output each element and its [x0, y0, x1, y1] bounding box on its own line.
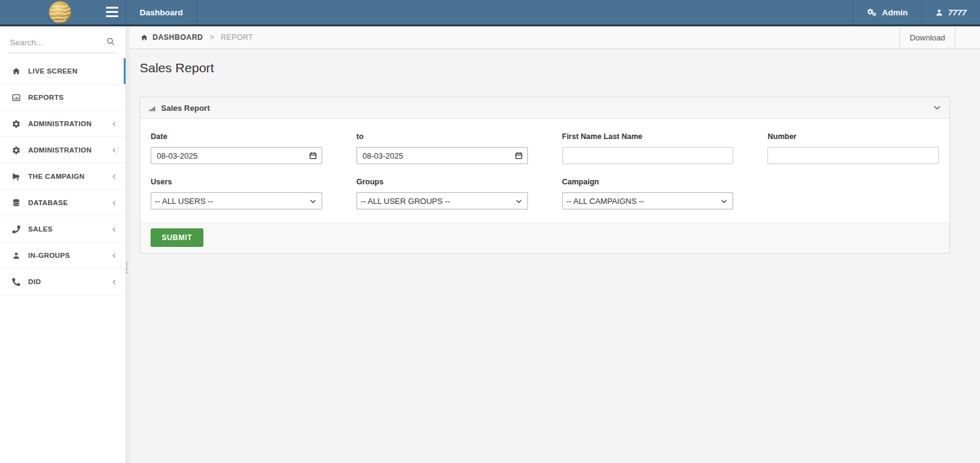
- brand-section: [0, 0, 126, 24]
- chevron-down-icon: [933, 104, 941, 112]
- number-input[interactable]: [767, 147, 939, 164]
- sidebar-item-the-campaign[interactable]: THE CAMPAIGN: [0, 164, 126, 190]
- collapse-panel-button[interactable]: [933, 104, 941, 112]
- main-content: DASHBOARD > REPORT Download Sales Report…: [129, 26, 980, 463]
- bar-chart-icon: [148, 104, 156, 112]
- home-icon: [140, 34, 148, 42]
- breadcrumb-current: REPORT: [221, 33, 254, 42]
- date-to-field: to: [356, 128, 528, 164]
- breadcrumb-separator: >: [210, 33, 214, 42]
- sidebar: LIVE SCREEN REPORTS ADMINISTRATION ADMIN…: [0, 26, 126, 463]
- navbar-user-menu[interactable]: 7777: [921, 0, 980, 24]
- groups-select[interactable]: -- ALL USER GROUPS --: [356, 192, 528, 209]
- users-label: Users: [151, 178, 322, 186]
- groups-label: Groups: [356, 178, 528, 186]
- chevron-left-icon: [111, 147, 118, 154]
- page-title: Sales Report: [140, 61, 950, 75]
- name-input[interactable]: [562, 147, 734, 164]
- gear-icon: [11, 146, 21, 155]
- company-logo: [48, 1, 72, 24]
- to-label: to: [356, 132, 528, 141]
- users-field: Users -- ALL USERS --: [151, 173, 322, 209]
- navbar-dashboard-label: Dashboard: [140, 8, 183, 17]
- sidebar-item-label: ADMINISTRATION: [28, 120, 92, 127]
- chevron-left-icon: [111, 173, 118, 180]
- sidebar-item-reports[interactable]: REPORTS: [0, 85, 126, 111]
- form-row-1: Date to First Name Last Name: [151, 128, 939, 164]
- chevron-left-icon: [111, 121, 118, 127]
- sidebar-item-administration-1[interactable]: ADMINISTRATION: [0, 111, 126, 137]
- panel-footer: SUBMIT: [140, 222, 949, 253]
- phone-icon: [11, 225, 21, 233]
- search-input[interactable]: [9, 34, 101, 51]
- name-label: First Name Last Name: [562, 132, 734, 141]
- chevron-left-icon: [111, 252, 118, 259]
- sidebar-item-label: LIVE SCREEN: [28, 67, 78, 75]
- users-select[interactable]: -- ALL USERS --: [151, 192, 322, 209]
- sidebar-toggle-button[interactable]: [106, 7, 118, 17]
- sidebar-search: [0, 26, 126, 58]
- campaign-label: Campaign: [562, 178, 734, 186]
- submit-button[interactable]: SUBMIT: [151, 228, 203, 247]
- sidebar-item-label: REPORTS: [28, 94, 64, 101]
- download-label: Download: [910, 33, 945, 42]
- empty-cell: [767, 173, 939, 209]
- sidebar-item-administration-2[interactable]: ADMINISTRATION: [0, 137, 126, 164]
- sidebar-item-in-groups[interactable]: IN-GROUPS: [0, 243, 126, 269]
- number-label: Number: [767, 132, 939, 141]
- chevron-left-icon: [111, 226, 118, 233]
- sidebar-item-label: THE CAMPAIGN: [28, 173, 85, 180]
- form-row-2: Users -- ALL USERS -- Groups -- ALL USER…: [151, 173, 939, 209]
- breadcrumb: DASHBOARD > REPORT Download: [129, 26, 980, 49]
- gear-icon: [11, 119, 21, 129]
- chevron-left-icon: [111, 200, 118, 206]
- date-to-input[interactable]: [356, 147, 528, 164]
- cogs-icon: [867, 8, 877, 17]
- number-field: Number: [767, 128, 939, 164]
- campaign-select[interactable]: -- ALL CAMPAIGNS --: [562, 192, 734, 209]
- download-button[interactable]: Download: [899, 26, 956, 48]
- sidebar-item-live-screen[interactable]: LIVE SCREEN: [0, 58, 126, 85]
- home-icon: [11, 67, 21, 76]
- phone-icon: [11, 278, 21, 286]
- breadcrumb-dashboard-label: DASHBOARD: [153, 33, 203, 42]
- sidebar-item-database[interactable]: DATABASE: [0, 190, 126, 216]
- top-navbar: Dashboard Admin 7777: [0, 0, 980, 26]
- sidebar-item-did[interactable]: DID: [0, 269, 126, 295]
- sidebar-item-sales[interactable]: SALES: [0, 216, 126, 243]
- chevron-left-icon: [111, 279, 118, 285]
- navbar-dashboard-link[interactable]: Dashboard: [126, 0, 197, 24]
- date-label: Date: [151, 132, 322, 141]
- date-field: Date: [151, 128, 322, 164]
- user-icon: [11, 252, 21, 260]
- search-icon[interactable]: [106, 37, 115, 46]
- name-field: First Name Last Name: [562, 128, 734, 164]
- sidebar-item-label: DID: [28, 278, 41, 285]
- campaign-field: Campaign -- ALL CAMPAIGNS --: [562, 173, 734, 209]
- navbar-spacer: [197, 0, 853, 24]
- bar-chart-icon: [11, 93, 21, 102]
- panel-body: Date to First Name Last Name: [140, 119, 949, 222]
- user-icon: [935, 9, 943, 17]
- sidebar-menu: LIVE SCREEN REPORTS ADMINISTRATION ADMIN…: [0, 58, 126, 295]
- navbar-admin-menu[interactable]: Admin: [853, 0, 921, 24]
- sidebar-item-label: SALES: [28, 225, 53, 233]
- sidebar-item-label: ADMINISTRATION: [28, 146, 92, 154]
- sidebar-item-label: IN-GROUPS: [28, 252, 70, 259]
- panel-title: Sales Report: [161, 104, 209, 113]
- navbar-admin-label: Admin: [882, 8, 908, 17]
- sales-report-panel: Sales Report Date to: [140, 97, 950, 254]
- database-icon: [11, 198, 21, 208]
- panel-header: Sales Report: [140, 97, 949, 119]
- groups-field: Groups -- ALL USER GROUPS --: [356, 173, 528, 209]
- sidebar-item-label: DATABASE: [28, 199, 68, 206]
- breadcrumb-dashboard-link[interactable]: DASHBOARD: [140, 33, 203, 42]
- navbar-user-label: 7777: [948, 8, 967, 17]
- date-from-input[interactable]: [151, 147, 322, 164]
- megaphone-icon: [11, 172, 21, 181]
